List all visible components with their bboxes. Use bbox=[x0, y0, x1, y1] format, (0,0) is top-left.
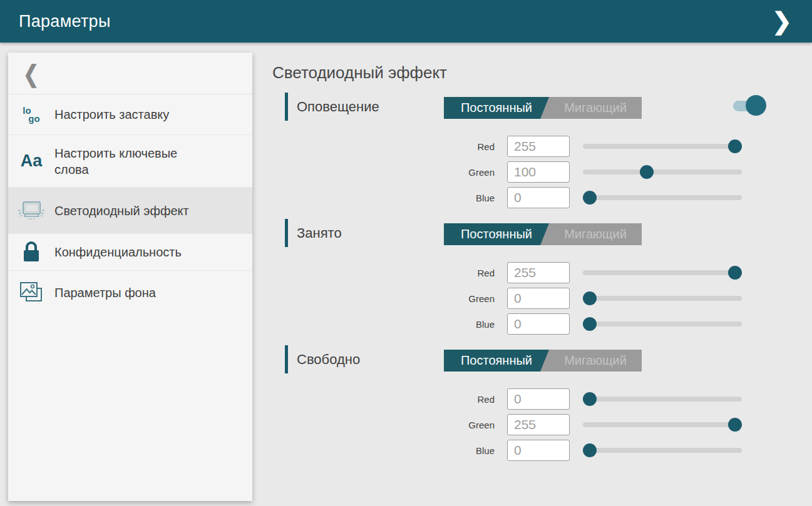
channel-row-blue: Blue bbox=[445, 313, 811, 335]
green-value-input[interactable] bbox=[507, 288, 570, 309]
slider-track[interactable] bbox=[583, 144, 742, 149]
slider-thumb[interactable] bbox=[728, 418, 742, 432]
sidebar-item-led-effect[interactable]: Светодиодный эффект bbox=[8, 188, 252, 234]
settings-sidebar: ❮ logo Настроить заставку Aa Настроить к… bbox=[8, 53, 252, 501]
notification-toggle-switch[interactable] bbox=[733, 95, 766, 116]
channel-label: Green bbox=[445, 167, 495, 178]
red-slider[interactable] bbox=[583, 262, 742, 283]
tab-blinking[interactable]: Мигающий bbox=[549, 97, 642, 119]
green-slider[interactable] bbox=[583, 288, 742, 309]
channel-label: Red bbox=[445, 394, 495, 405]
section-accent-bar bbox=[285, 219, 288, 247]
sidebar-item-keywords[interactable]: Aa Настроить ключевые слова bbox=[8, 135, 252, 188]
mode-tab-group: Постоянный Мигающий bbox=[444, 223, 642, 245]
tab-blinking[interactable]: Мигающий bbox=[549, 350, 642, 372]
section-accent-bar bbox=[285, 93, 288, 121]
channel-row-red: Red bbox=[445, 136, 811, 157]
green-value-input[interactable] bbox=[507, 161, 570, 183]
led-effect-panel: Светодиодный эффект Оповещение Постоянны… bbox=[272, 61, 811, 472]
channel-row-blue: Blue bbox=[445, 187, 811, 208]
green-slider[interactable] bbox=[583, 414, 742, 435]
slider-thumb[interactable] bbox=[583, 291, 597, 305]
page-title: Параметры bbox=[19, 12, 111, 31]
blue-slider[interactable] bbox=[583, 313, 742, 335]
app-header: Параметры ❯ bbox=[0, 0, 812, 43]
section-title: Свободно bbox=[297, 352, 360, 368]
channel-row-red: Red bbox=[445, 262, 811, 283]
sidebar-item-privacy[interactable]: Конфиденциальность bbox=[8, 234, 252, 271]
slider-track[interactable] bbox=[583, 270, 742, 275]
switch-knob bbox=[746, 95, 766, 116]
slider-thumb[interactable] bbox=[640, 165, 654, 179]
slider-track[interactable] bbox=[583, 397, 742, 402]
section-title: Оповещение bbox=[297, 99, 379, 115]
blue-slider[interactable] bbox=[583, 440, 742, 461]
section-free: Свободно Постоянный Мигающий Red Green B… bbox=[272, 345, 811, 461]
background-images-icon bbox=[8, 280, 54, 305]
section-accent-bar bbox=[285, 345, 288, 373]
channel-row-blue: Blue bbox=[445, 440, 811, 461]
panel-title: Светодиодный эффект bbox=[272, 61, 811, 84]
mode-tab-group: Постоянный Мигающий bbox=[444, 350, 642, 372]
red-value-input[interactable] bbox=[507, 262, 570, 283]
blue-value-input[interactable] bbox=[507, 440, 570, 461]
slider-track[interactable] bbox=[583, 422, 742, 427]
red-value-input[interactable] bbox=[507, 136, 570, 157]
slider-track[interactable] bbox=[583, 170, 742, 175]
sidebar-item-splash-screen[interactable]: logo Настроить заставку bbox=[8, 94, 252, 135]
sidebar-item-label: Параметры фона bbox=[54, 285, 156, 301]
slider-thumb[interactable] bbox=[583, 191, 597, 205]
slider-track[interactable] bbox=[583, 321, 742, 326]
logo-icon: logo bbox=[8, 106, 54, 123]
tab-blinking[interactable]: Мигающий bbox=[549, 223, 642, 245]
sidebar-item-label: Конфиденциальность bbox=[54, 244, 182, 260]
green-slider[interactable] bbox=[583, 161, 742, 183]
channel-row-green: Green bbox=[445, 288, 811, 309]
led-monitor-icon bbox=[8, 198, 54, 223]
section-busy: Занято Постоянный Мигающий Red Green Blu… bbox=[272, 219, 811, 335]
section-title: Занято bbox=[297, 225, 342, 241]
channel-label: Red bbox=[445, 141, 495, 152]
sidebar-item-label: Светодиодный эффект bbox=[54, 203, 189, 219]
back-chevron-icon: ❮ bbox=[23, 59, 39, 87]
red-value-input[interactable] bbox=[507, 388, 570, 410]
channel-label: Blue bbox=[445, 193, 495, 203]
channel-label: Green bbox=[445, 420, 495, 430]
channel-label: Green bbox=[445, 293, 495, 304]
slider-thumb[interactable] bbox=[583, 443, 597, 457]
red-slider[interactable] bbox=[583, 136, 742, 157]
slider-track[interactable] bbox=[583, 448, 742, 453]
channel-row-green: Green bbox=[445, 414, 811, 435]
forward-chevron-icon[interactable]: ❯ bbox=[763, 0, 801, 43]
channel-row-green: Green bbox=[445, 161, 811, 183]
sidebar-item-background[interactable]: Параметры фона bbox=[8, 271, 252, 315]
sidebar-item-label: Настроить заставку bbox=[54, 106, 169, 123]
green-value-input[interactable] bbox=[507, 414, 570, 435]
channel-row-red: Red bbox=[445, 388, 811, 410]
lock-icon bbox=[8, 240, 54, 264]
blue-slider[interactable] bbox=[583, 187, 742, 208]
mode-tab-group: Постоянный Мигающий bbox=[444, 97, 642, 119]
slider-thumb[interactable] bbox=[728, 266, 742, 280]
slider-thumb[interactable] bbox=[583, 392, 597, 406]
sidebar-item-label: Настроить ключевые слова bbox=[54, 145, 214, 178]
channel-label: Blue bbox=[445, 445, 495, 456]
slider-track[interactable] bbox=[583, 195, 742, 200]
tab-solid[interactable]: Постоянный bbox=[444, 223, 549, 245]
section-notification: Оповещение Постоянный Мигающий Red Green bbox=[272, 93, 811, 208]
channel-label: Red bbox=[445, 268, 495, 278]
red-slider[interactable] bbox=[583, 388, 742, 410]
tab-solid[interactable]: Постоянный bbox=[444, 97, 549, 119]
tab-solid[interactable]: Постоянный bbox=[444, 350, 549, 372]
slider-thumb[interactable] bbox=[583, 317, 597, 331]
sidebar-back-button[interactable]: ❮ bbox=[8, 53, 252, 94]
slider-track[interactable] bbox=[583, 296, 742, 301]
slider-thumb[interactable] bbox=[728, 139, 742, 153]
channel-label: Blue bbox=[445, 319, 495, 330]
keywords-icon: Aa bbox=[8, 151, 54, 171]
blue-value-input[interactable] bbox=[507, 313, 570, 335]
blue-value-input[interactable] bbox=[507, 187, 570, 208]
